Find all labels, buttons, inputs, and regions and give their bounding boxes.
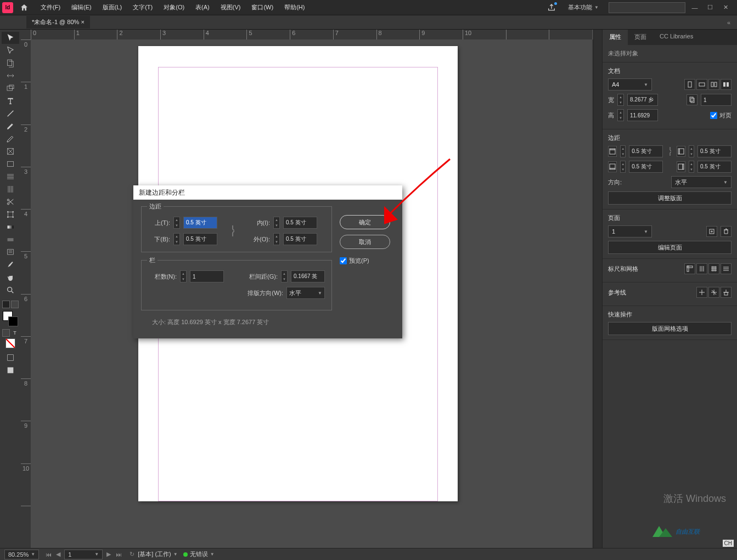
- pmargin-inside-spinner[interactable]: ▲▼: [689, 145, 694, 157]
- margin-top-input[interactable]: [183, 217, 217, 229]
- tab-pages[interactable]: 页面: [628, 30, 653, 45]
- writing-dir-select[interactable]: 水平▼: [286, 287, 325, 299]
- preview-checkbox-input[interactable]: [340, 257, 347, 264]
- orientation-portrait-icon[interactable]: [684, 79, 695, 90]
- lock-guides-icon[interactable]: [721, 287, 732, 298]
- pages-input[interactable]: [701, 94, 732, 106]
- preview-checkbox[interactable]: 预览(P): [340, 257, 369, 265]
- pmargin-top-spinner[interactable]: ▲▼: [620, 145, 626, 157]
- free-transform-tool[interactable]: [2, 208, 19, 220]
- document-tab[interactable]: *未命名-1 @ 80% ×: [26, 16, 90, 29]
- document-grid-icon[interactable]: [721, 263, 732, 274]
- workspace-dropdown[interactable]: 基本功能 ▼: [564, 1, 603, 14]
- gap-tool[interactable]: [2, 70, 19, 82]
- margin-bottom-spinner[interactable]: ▲▼: [173, 233, 180, 245]
- margin-inside-spinner[interactable]: ▲▼: [273, 217, 280, 229]
- menu-table[interactable]: 表(A): [190, 1, 215, 14]
- last-page-button[interactable]: ⏭: [115, 551, 122, 558]
- format-container-text[interactable]: T: [2, 329, 19, 337]
- binding-left-icon[interactable]: [708, 79, 719, 90]
- layout-grid-options-button[interactable]: 版面网格选项: [608, 322, 732, 335]
- pencil-tool[interactable]: [2, 133, 19, 145]
- close-button[interactable]: ✕: [722, 4, 729, 12]
- pmargin-outside-spinner[interactable]: ▲▼: [689, 161, 694, 173]
- columns-num-input[interactable]: [190, 270, 224, 282]
- page-number-select[interactable]: 1▼: [608, 225, 652, 237]
- grid-tool-v[interactable]: [2, 183, 19, 195]
- eyedropper-tool[interactable]: [2, 259, 19, 271]
- horizontal-ruler[interactable]: 012345678910: [31, 30, 592, 39]
- maximize-button[interactable]: ☐: [706, 4, 714, 12]
- zoom-select[interactable]: 80.25% ▼: [4, 550, 39, 559]
- margin-bottom-input[interactable]: [183, 233, 217, 245]
- cancel-button[interactable]: 取消: [340, 235, 390, 249]
- menu-edit[interactable]: 编辑(E): [66, 1, 97, 14]
- menu-type[interactable]: 文字(T): [127, 1, 158, 14]
- hand-tool[interactable]: [2, 271, 19, 284]
- margin-outside-spinner[interactable]: ▲▼: [273, 233, 280, 245]
- line-tool[interactable]: [2, 108, 19, 120]
- gradient-swatch-tool[interactable]: [2, 221, 19, 233]
- view-mode-preview[interactable]: [2, 364, 19, 376]
- link-margins-panel-icon[interactable]: [666, 145, 673, 157]
- ime-indicator[interactable]: CH: [723, 540, 734, 547]
- first-page-button[interactable]: ⏮: [44, 551, 52, 558]
- column-guides-icon[interactable]: [696, 263, 707, 274]
- content-collector-tool[interactable]: [2, 82, 19, 94]
- menu-window[interactable]: 窗口(W): [246, 1, 279, 14]
- columns-num-spinner[interactable]: ▲▼: [180, 270, 187, 282]
- share-icon[interactable]: [545, 1, 558, 14]
- minimize-button[interactable]: —: [691, 4, 699, 12]
- rectangle-frame-tool[interactable]: [2, 145, 19, 157]
- height-spinner[interactable]: ▲▼: [617, 109, 624, 121]
- pmargin-bottom-spinner[interactable]: ▲▼: [620, 161, 626, 173]
- margin-outside-input[interactable]: [283, 233, 317, 245]
- rulers-icon[interactable]: [684, 263, 695, 274]
- pmargin-inside-input[interactable]: [697, 145, 732, 157]
- margin-top-spinner[interactable]: ▲▼: [173, 217, 180, 229]
- prev-page-button[interactable]: ◀: [54, 551, 62, 558]
- ok-button[interactable]: 确定: [340, 215, 390, 229]
- menu-help[interactable]: 帮助(H): [279, 1, 310, 14]
- tab-cc-libraries[interactable]: CC Libraries: [653, 30, 700, 45]
- menu-file[interactable]: 文件(F): [35, 1, 66, 14]
- page-preset-select[interactable]: A4▼: [608, 78, 652, 90]
- open-recent-icon[interactable]: ↻: [128, 551, 136, 558]
- preflight-dropdown-icon[interactable]: ▼: [210, 552, 215, 557]
- page-tool[interactable]: [2, 57, 19, 69]
- facing-pages-input[interactable]: [710, 112, 717, 119]
- link-margins-icon[interactable]: [228, 223, 237, 239]
- gutter-spinner[interactable]: ▲▼: [281, 270, 288, 282]
- rectangle-tool[interactable]: [2, 158, 19, 170]
- baseline-grid-icon[interactable]: [708, 263, 719, 274]
- scissors-tool[interactable]: [2, 196, 19, 208]
- height-input[interactable]: [627, 109, 658, 121]
- width-spinner[interactable]: ▲▼: [617, 94, 624, 106]
- adjust-layout-button[interactable]: 调整版面: [608, 191, 732, 205]
- pmargin-top-input[interactable]: [629, 145, 663, 157]
- style-dropdown-icon[interactable]: ▼: [173, 552, 178, 557]
- color-theme-toggle[interactable]: [2, 301, 19, 308]
- smart-guides-icon[interactable]: [708, 287, 719, 298]
- gutter-input[interactable]: [291, 270, 325, 282]
- tab-properties[interactable]: 属性: [603, 30, 628, 45]
- facing-pages-checkbox[interactable]: 对页: [710, 111, 732, 120]
- edit-page-button[interactable]: 编辑页面: [608, 241, 732, 254]
- panel-expand-icon[interactable]: «: [725, 19, 733, 26]
- next-page-button[interactable]: ▶: [105, 551, 112, 558]
- orientation-landscape-icon[interactable]: [696, 79, 707, 90]
- view-mode-normal[interactable]: [2, 352, 19, 364]
- gradient-feather-tool[interactable]: [2, 234, 19, 246]
- binding-right-icon[interactable]: [721, 79, 732, 90]
- selection-tool[interactable]: [2, 32, 19, 44]
- note-tool[interactable]: [2, 246, 19, 258]
- snap-guides-icon[interactable]: [696, 287, 707, 298]
- grid-tool-h[interactable]: [2, 171, 19, 183]
- menu-layout[interactable]: 版面(L): [97, 1, 127, 14]
- page-nav-select[interactable]: 1▼: [64, 550, 103, 559]
- pmargin-outside-input[interactable]: [697, 161, 732, 173]
- vertical-ruler[interactable]: 012345678910: [21, 39, 31, 548]
- delete-page-icon[interactable]: [721, 226, 732, 237]
- direct-selection-tool[interactable]: [2, 44, 19, 56]
- pen-tool[interactable]: [2, 120, 19, 132]
